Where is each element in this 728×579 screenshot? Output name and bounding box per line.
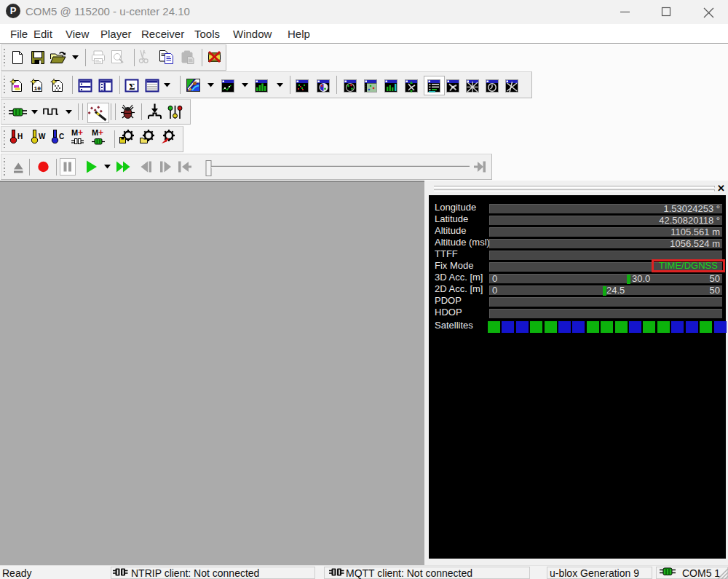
svg-text:C: C bbox=[59, 133, 64, 141]
svg-text:+: + bbox=[78, 127, 83, 138]
svg-text:10: 10 bbox=[34, 85, 41, 92]
svg-text:Σ: Σ bbox=[129, 81, 135, 92]
svg-text:H: H bbox=[17, 133, 23, 141]
svg-text:M: M bbox=[92, 128, 98, 137]
svg-text:W: W bbox=[39, 133, 46, 141]
svg-text:+: + bbox=[98, 127, 103, 138]
svg-text:M: M bbox=[71, 128, 78, 137]
